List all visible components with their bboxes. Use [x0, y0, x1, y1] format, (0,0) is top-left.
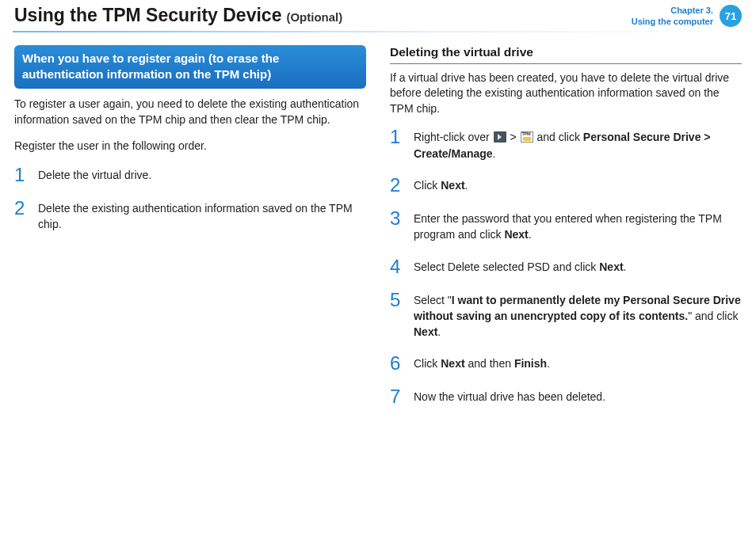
tpm-icon	[521, 131, 533, 143]
text: Enter the password that you entered when…	[414, 212, 722, 241]
step-text: Select "I want to permanently delete my …	[414, 291, 742, 340]
bold-text: Next	[504, 228, 528, 241]
page-title: Using the TPM Security Device	[14, 5, 281, 26]
step-text: Click Next.	[414, 176, 468, 195]
step-number: 5	[390, 291, 404, 340]
bold-text: Next	[441, 357, 464, 370]
left-step: 2 Delete the existing authentication inf…	[14, 199, 366, 233]
text: .	[437, 325, 441, 338]
step-text: Select Delete selected PSD and click Nex…	[414, 257, 626, 276]
right-column: Deleting the virtual drive If a virtual …	[390, 45, 742, 421]
right-intro: If a virtual drive has been created, you…	[390, 70, 742, 117]
right-step: 7 Now the virtual drive has been deleted…	[390, 387, 742, 406]
right-subheading: Deleting the virtual drive	[390, 45, 742, 64]
left-column: When you have to register again (to eras…	[14, 45, 366, 421]
step-text: Click Next and then Finish.	[414, 354, 550, 373]
bold-text: Finish	[514, 357, 547, 370]
chapter-block: Chapter 3. Using the computer 71	[632, 5, 742, 28]
callout-box: When you have to register again (to eras…	[14, 45, 366, 89]
bold-text: Next	[414, 325, 437, 338]
title-group: Using the TPM Security Device (Optional)	[14, 5, 342, 26]
content-columns: When you have to register again (to eras…	[0, 45, 756, 421]
step-text: Now the virtual drive has been deleted.	[414, 387, 605, 406]
step-number: 7	[390, 387, 404, 406]
text: and then	[465, 357, 514, 370]
right-step: 1 Right-click over > and click Personal …	[390, 127, 742, 162]
text: Right-click over	[414, 131, 493, 143]
text: Click	[414, 357, 441, 370]
step-text: Right-click over > and click Personal Se…	[414, 127, 742, 162]
chapter-line2: Using the computer	[632, 16, 713, 27]
step-number: 6	[390, 354, 404, 373]
text: .	[547, 357, 550, 370]
page-header: Using the TPM Security Device (Optional)…	[0, 0, 756, 31]
left-step: 1 Delete the virtual drive.	[14, 165, 366, 184]
step-number: 2	[14, 199, 29, 233]
step-number: 3	[390, 209, 404, 243]
bold-text: Next	[441, 179, 464, 192]
left-intro-1: To register a user again, you need to de…	[14, 97, 366, 127]
header-rule	[13, 31, 743, 32]
text: >	[507, 131, 520, 143]
step-text: Enter the password that you entered when…	[414, 209, 742, 243]
title-optional: (Optional)	[286, 10, 342, 24]
step-number: 1	[14, 165, 29, 184]
text: " and click	[688, 310, 738, 322]
step-text: Delete the existing authentication infor…	[38, 199, 366, 233]
text: Click	[414, 179, 441, 192]
right-step: 6 Click Next and then Finish.	[390, 354, 742, 373]
bold-text: Next	[599, 260, 623, 273]
step-text: Delete the virtual drive.	[38, 165, 151, 184]
step-number: 2	[390, 176, 404, 195]
text: Select "	[414, 294, 452, 306]
text: Select Delete selected PSD and click	[414, 260, 599, 273]
right-step: 2 Click Next.	[390, 176, 742, 195]
text: .	[465, 179, 468, 192]
chapter-text: Chapter 3. Using the computer	[632, 5, 713, 28]
left-intro-2: Register the user in the following order…	[14, 139, 366, 154]
text: .	[493, 147, 496, 160]
right-step: 5 Select "I want to permanently delete m…	[390, 291, 742, 340]
text: .	[624, 260, 627, 273]
page-number-badge: 71	[720, 5, 742, 27]
text: .	[529, 228, 532, 241]
step-number: 4	[390, 257, 404, 276]
chapter-line1: Chapter 3.	[632, 5, 713, 16]
tray-arrow-icon	[494, 131, 506, 143]
step-number: 1	[390, 127, 404, 162]
right-step: 4 Select Delete selected PSD and click N…	[390, 257, 742, 276]
right-step: 3 Enter the password that you entered wh…	[390, 209, 742, 243]
text: and click	[534, 131, 583, 143]
